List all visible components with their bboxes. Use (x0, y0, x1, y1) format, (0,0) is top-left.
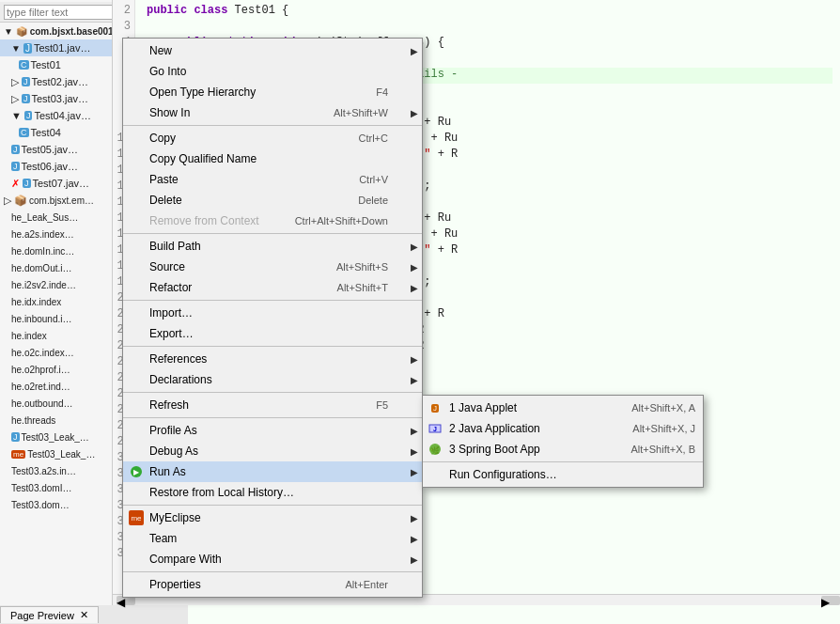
refactor-arrow-icon: ▶ (411, 283, 418, 293)
tab-close-icon[interactable]: ✕ (80, 609, 88, 621)
menu-label-team: Team (149, 532, 177, 545)
tree-item-he-i2sv2[interactable]: he.i2sv2.inde… (0, 276, 112, 293)
new-arrow-icon: ▶ (411, 46, 418, 56)
myeclipse-arrow-icon: ▶ (411, 513, 418, 523)
delete-shortcut: Delete (358, 195, 403, 206)
properties-shortcut: Alt+Enter (345, 579, 403, 590)
tree-item-test06[interactable]: J Test06.jav… (0, 158, 112, 175)
menu-label-new: New (149, 44, 172, 57)
tree-item-he-o2ret[interactable]: he.o2ret.ind… (0, 378, 112, 395)
tree-item-com-bjsxt[interactable]: ▼ 📦 com.bjsxt.base001 (0, 23, 112, 39)
separator-6 (123, 417, 422, 418)
menu-item-profile-as[interactable]: Profile As ▶ (123, 420, 422, 441)
copy-shortcut: Ctrl+C (359, 133, 403, 144)
tree-item-test02[interactable]: ▷ J Test02.jav… (0, 73, 112, 90)
menu-label-properties: Properties (149, 578, 201, 591)
tree-item-test01-java[interactable]: ▼ J Test01.jav… (0, 39, 112, 56)
menu-item-source[interactable]: Source Alt+Shift+S ▶ (123, 257, 422, 277)
menu-item-refresh[interactable]: Refresh F5 (123, 395, 422, 415)
filter-input[interactable] (4, 5, 113, 20)
run-as-submenu: J 1 Java Applet Alt+Shift+X, A J 2 Java … (422, 395, 704, 488)
tree-item-he-o2hprof[interactable]: he.o2hprof.i… (0, 361, 112, 378)
build-path-arrow-icon: ▶ (411, 242, 418, 252)
svg-text:J: J (433, 426, 437, 432)
menu-item-new[interactable]: New ▶ (123, 40, 422, 61)
tree-item-he-domout[interactable]: he.domOut.i… (0, 259, 112, 276)
remove-context-shortcut: Ctrl+Alt+Shift+Down (295, 215, 403, 226)
open-type-shortcut: F4 (376, 86, 403, 98)
menu-item-references[interactable]: References ▶ (123, 349, 422, 369)
myeclipse-icon: me (129, 510, 144, 525)
scroll-right-btn[interactable]: ▶ (821, 596, 840, 605)
menu-item-myeclipse[interactable]: me MyEclipse ▶ (123, 507, 422, 528)
tree-item-test03-a2s[interactable]: Test03.a2s.in… (0, 462, 112, 479)
source-shortcut: Alt+Shift+S (336, 261, 403, 273)
context-menu: New ▶ Go Into Open Type Hierarchy F4 Sho… (122, 38, 423, 598)
submenu-item-java-application[interactable]: J 2 Java Application Alt+Shift+X, J (423, 418, 703, 439)
menu-item-import[interactable]: Import… (123, 303, 422, 323)
source-arrow-icon: ▶ (411, 262, 418, 273)
menu-item-declarations[interactable]: Declarations ▶ (123, 369, 422, 390)
menu-item-go-into[interactable]: Go Into (123, 61, 422, 82)
tree-item-test03-domi[interactable]: Test03.domI… (0, 479, 112, 496)
code-line-2 (143, 20, 832, 36)
menu-item-debug-as[interactable]: Debug As ▶ (123, 441, 422, 461)
submenu-label-java-app: 2 Java Application (449, 422, 540, 435)
tree-item-test03-leak2[interactable]: meTest03_Leak_… (0, 445, 112, 462)
tree-item-test03-dom[interactable]: Test03.dom… (0, 496, 112, 513)
menu-item-properties[interactable]: Properties Alt+Enter (123, 574, 422, 595)
menu-label-profile-as: Profile As (149, 424, 197, 437)
tree-item-test04-class[interactable]: C Test04 (0, 124, 112, 141)
menu-label-restore-history: Restore from Local History… (149, 486, 294, 499)
menu-label-copy: Copy (149, 132, 176, 145)
submenu-item-run-configurations[interactable]: Run Configurations… (423, 464, 703, 485)
refresh-shortcut: F5 (376, 399, 403, 411)
separator-1 (123, 125, 422, 126)
submenu-item-java-applet[interactable]: J 1 Java Applet Alt+Shift+X, A (423, 398, 703, 418)
spring-boot-shortcut: Alt+Shift+X, B (631, 444, 695, 455)
spring-boot-icon: 🌿 (427, 441, 443, 458)
menu-item-compare-with[interactable]: Compare With ▶ (123, 549, 422, 569)
tree-item-he-leak[interactable]: he_Leak_Sus… (0, 209, 112, 226)
menu-label-refresh: Refresh (149, 398, 189, 412)
tree-item-test07[interactable]: ✗ J Test07.jav… (0, 175, 112, 192)
menu-label-remove-context: Remove from Context (149, 214, 259, 227)
menu-item-paste[interactable]: Paste Ctrl+V (123, 169, 422, 190)
menu-item-build-path[interactable]: Build Path ▶ (123, 236, 422, 257)
tree-item-he-inbound[interactable]: he.inbound.i… (0, 310, 112, 327)
menu-item-refactor[interactable]: Refactor Alt+Shift+T ▶ (123, 277, 422, 298)
java-app-shortcut: Alt+Shift+X, J (632, 423, 695, 434)
tree-item-he-o2c[interactable]: he.o2c.index… (0, 344, 112, 361)
tree-item-he-threads[interactable]: he.threads (0, 412, 112, 429)
submenu-item-spring-boot[interactable]: 🌿 3 Spring Boot App Alt+Shift+X, B (423, 439, 703, 460)
menu-item-delete[interactable]: Delete Delete (123, 190, 422, 211)
menu-item-open-type[interactable]: Open Type Hierarchy F4 (123, 82, 422, 102)
declarations-arrow-icon: ▶ (411, 375, 418, 385)
tree-item-test05[interactable]: J Test05.jav… (0, 141, 112, 158)
tree-item-test04[interactable]: ▼ J Test04.jav… (0, 107, 112, 124)
tree-item-test01-class[interactable]: C Test01 (0, 56, 112, 73)
tree-item-com-bjsxt-em[interactable]: ▷ 📦 com.bjsxt.em… (0, 192, 112, 209)
tree-item-he-a2s[interactable]: he.a2s.index… (0, 226, 112, 242)
menu-label-declarations: Declarations (149, 373, 212, 386)
tree-item-he-idx[interactable]: he.idx.index (0, 293, 112, 310)
separator-8 (123, 571, 422, 572)
menu-item-run-as[interactable]: ▶ Run As ▶ (123, 461, 422, 482)
menu-item-team[interactable]: Team ▶ (123, 528, 422, 549)
menu-item-export[interactable]: Export… (123, 323, 422, 344)
menu-label-go-into: Go Into (149, 65, 186, 78)
tree-item-he-domin[interactable]: he.domIn.inc… (0, 242, 112, 259)
tree-item-he-outbound[interactable]: he.outbound… (0, 395, 112, 412)
menu-item-show-in[interactable]: Show In Alt+Shift+W ▶ (123, 102, 422, 123)
tree-item-test03-leak1[interactable]: JTest03_Leak_… (0, 429, 112, 445)
tree-item-he-index[interactable]: he.index (0, 327, 112, 344)
menu-label-myeclipse: MyEclipse (149, 511, 201, 524)
tree-item-test03[interactable]: ▷ J Test03.jav… (0, 90, 112, 107)
tab-page-preview[interactable]: Page Preview ✕ (0, 606, 99, 623)
run-as-icon: ▶ (129, 464, 144, 479)
show-in-shortcut: Alt+Shift+W (334, 107, 403, 118)
menu-item-copy[interactable]: Copy Ctrl+C (123, 128, 422, 148)
menu-item-restore-history[interactable]: Restore from Local History… (123, 482, 422, 503)
tab-label: Page Preview (10, 610, 74, 621)
menu-item-copy-qualified[interactable]: Copy Qualified Name (123, 148, 422, 169)
